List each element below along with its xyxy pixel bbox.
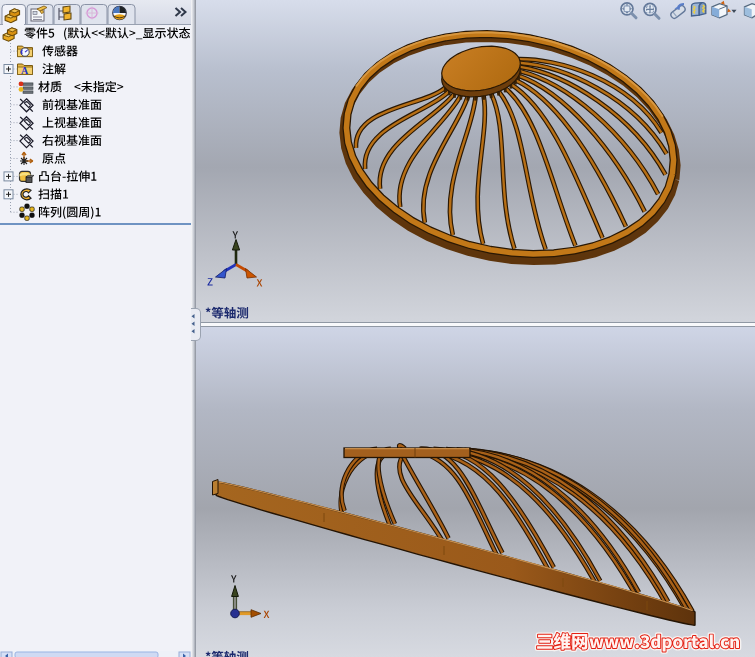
svg-text:A: A (21, 65, 29, 76)
